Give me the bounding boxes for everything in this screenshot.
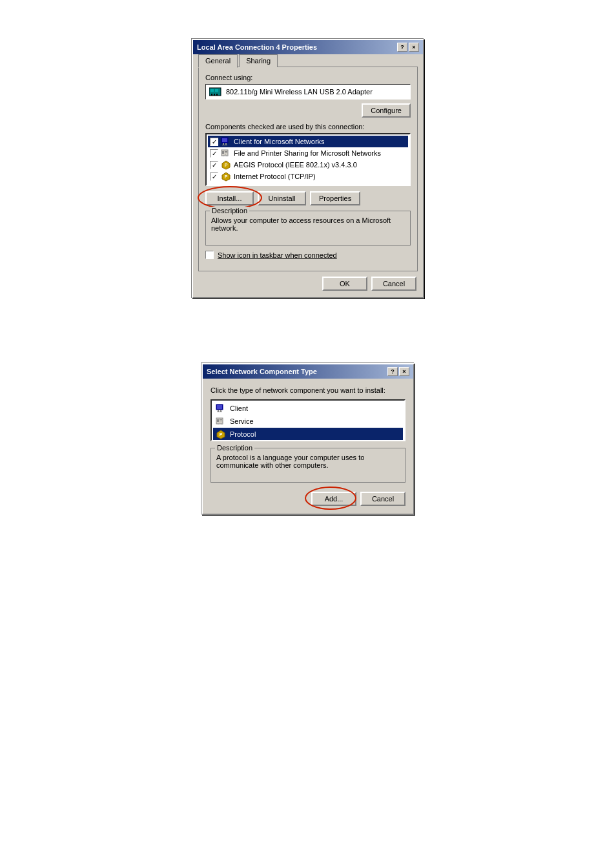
svg-rect-24 xyxy=(218,410,219,412)
svg-rect-13 xyxy=(225,151,227,152)
checkbox-fileprint[interactable] xyxy=(210,149,218,158)
dialog2-titlebar-buttons: ? × xyxy=(387,367,409,376)
configure-button[interactable]: Configure xyxy=(362,103,411,118)
list-item[interactable]: Client for Microsoft Networks xyxy=(208,136,408,147)
list-item[interactable]: P Internet Protocol (TCP/IP) xyxy=(208,171,408,182)
add-button[interactable]: Add... xyxy=(311,492,356,506)
svg-rect-12 xyxy=(222,151,224,154)
tab-general[interactable]: General xyxy=(198,54,238,68)
svg-rect-30 xyxy=(220,421,222,421)
iup-button-row: Install... Uninstall Properties xyxy=(205,191,411,205)
network-item-client[interactable]: Client xyxy=(213,402,403,415)
svg-rect-32 xyxy=(221,423,223,424)
tab-content-general: Connect using: 802.11b/g Mini Wireless L… xyxy=(198,67,418,271)
description-text: Allows your computer to access resources… xyxy=(211,216,405,240)
network-item-service[interactable]: Service xyxy=(213,415,403,428)
protocol-net-icon: P xyxy=(216,429,226,439)
svg-rect-1 xyxy=(210,89,214,92)
dialog2-description-group: Description A protocol is a language you… xyxy=(210,448,406,483)
components-listbox[interactable]: Client for Microsoft Networks File and P… xyxy=(205,133,411,186)
dialog2-help-button[interactable]: ? xyxy=(387,367,398,376)
svg-rect-29 xyxy=(220,419,222,420)
help-button[interactable]: ? xyxy=(397,43,407,52)
svg-text:P: P xyxy=(225,163,228,167)
svg-text:P: P xyxy=(225,174,228,179)
list-item[interactable]: P AEGIS Protocol (IEEE 802.1x) v3.4.3.0 xyxy=(208,159,408,171)
connect-using-label: Connect using: xyxy=(205,74,411,81)
ok-cancel-row: OK Cancel xyxy=(193,277,423,297)
protocol-net-label: Protocol xyxy=(230,430,256,438)
svg-rect-28 xyxy=(217,419,219,422)
svg-rect-16 xyxy=(223,155,224,156)
description-label: Description xyxy=(210,207,249,215)
cancel-button[interactable]: Cancel xyxy=(371,277,416,291)
fileprint-label: File and Printer Sharing for Microsoft N… xyxy=(234,149,381,157)
svg-rect-8 xyxy=(223,143,224,145)
network-item-protocol[interactable]: P Protocol xyxy=(213,428,403,441)
dialog2-description-label: Description xyxy=(215,444,254,452)
ok-button[interactable]: OK xyxy=(322,277,367,291)
list-item[interactable]: File and Printer Sharing for Microsoft N… xyxy=(208,147,408,159)
dialog2-cancel-button[interactable]: Cancel xyxy=(360,492,406,506)
svg-rect-4 xyxy=(214,94,215,96)
svg-text:P: P xyxy=(220,432,223,437)
service-net-icon xyxy=(216,416,226,426)
fileprint-icon xyxy=(221,148,231,158)
dialog2-content: Click the type of network component you … xyxy=(203,379,413,514)
configure-row: Configure xyxy=(205,103,411,118)
uninstall-button[interactable]: Uninstall xyxy=(258,191,306,205)
dialog2-titlebar: Select Network Component Type ? × xyxy=(203,364,413,379)
network-type-listbox[interactable]: Client Service P Pr xyxy=(210,399,406,441)
description-group: Description Allows your computer to acce… xyxy=(205,211,411,246)
install-button[interactable]: Install... xyxy=(205,191,254,205)
client-icon xyxy=(221,136,231,147)
checkbox-client[interactable] xyxy=(210,138,218,146)
svg-rect-5 xyxy=(216,94,218,96)
svg-rect-23 xyxy=(217,405,222,409)
service-net-label: Service xyxy=(230,417,254,425)
client-net-icon xyxy=(216,403,226,414)
dialog2-title: Select Network Component Type xyxy=(207,368,317,375)
client-label: Client for Microsoft Networks xyxy=(234,138,325,145)
client-net-label: Client xyxy=(230,404,248,412)
aegis-label: AEGIS Protocol (IEEE 802.1x) v3.4.3.0 xyxy=(234,161,357,169)
taskbar-checkbox[interactable] xyxy=(205,251,214,259)
svg-rect-2 xyxy=(215,89,218,92)
checkbox-tcpip[interactable] xyxy=(210,173,218,181)
tab-sharing[interactable]: Sharing xyxy=(239,54,278,67)
dialog1-title: Local Area Connection 4 Properties xyxy=(197,43,317,51)
tab-strip: General Sharing xyxy=(193,54,423,67)
adapter-box: 802.11b/g Mini Wireless LAN USB 2.0 Adap… xyxy=(205,84,411,100)
properties-button[interactable]: Properties xyxy=(310,191,360,205)
svg-rect-9 xyxy=(225,143,227,145)
titlebar-buttons: ? × xyxy=(397,43,419,52)
checkbox-aegis[interactable] xyxy=(210,161,218,169)
close-button[interactable]: × xyxy=(409,43,419,52)
dialog1-properties: Local Area Connection 4 Properties ? × G… xyxy=(192,39,424,299)
dialog2-button-row: Add... Cancel xyxy=(210,492,406,506)
svg-rect-15 xyxy=(225,154,226,154)
adapter-name: 802.11b/g Mini Wireless LAN USB 2.0 Adap… xyxy=(226,88,373,96)
svg-rect-17 xyxy=(226,155,228,156)
dialog2-close-button[interactable]: × xyxy=(399,367,409,376)
dialog2-instruction: Click the type of network component you … xyxy=(210,386,406,394)
dialog2-select-type: Select Network Component Type ? × Click … xyxy=(201,363,415,515)
svg-rect-3 xyxy=(211,94,212,96)
taskbar-label: Show icon in taskbar when connected xyxy=(218,251,337,259)
svg-rect-26 xyxy=(217,412,222,412)
svg-rect-14 xyxy=(225,152,227,153)
dialog1-titlebar: Local Area Connection 4 Properties ? × xyxy=(193,40,423,54)
svg-rect-7 xyxy=(222,138,227,142)
tcpip-icon: P xyxy=(221,171,231,182)
dialog2-description-text: A protocol is a language your computer u… xyxy=(216,454,400,477)
svg-rect-25 xyxy=(220,410,221,412)
adapter-icon xyxy=(209,87,222,97)
tcpip-label: Internet Protocol (TCP/IP) xyxy=(234,173,316,180)
aegis-icon: P xyxy=(221,160,231,170)
svg-rect-10 xyxy=(222,145,227,145)
components-label: Components checked are used by this conn… xyxy=(205,123,411,131)
taskbar-checkbox-row: Show icon in taskbar when connected xyxy=(205,251,411,259)
svg-rect-31 xyxy=(218,423,219,424)
